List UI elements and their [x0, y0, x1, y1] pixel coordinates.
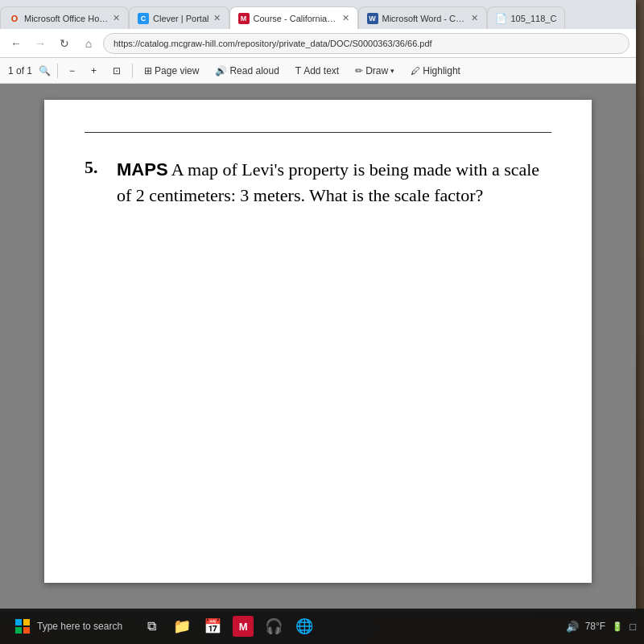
pdf-content-area: 5. MAPS A map of Levi's property is bein… [0, 84, 636, 612]
add-text-button[interactable]: T Add text [291, 64, 344, 78]
calendar-icon: 📅 [204, 617, 221, 635]
battery-icon: 🔋 [612, 621, 623, 632]
doc-favicon: 📄 [496, 13, 507, 24]
refresh-button[interactable]: ↻ [55, 34, 74, 53]
tab-105[interactable]: 📄 105_118_C [487, 6, 566, 29]
add-text-icon: T [295, 65, 301, 76]
mcgraw-favicon: M [238, 13, 250, 24]
windows-logo-icon [15, 619, 30, 634]
tab-mcgraw[interactable]: M Course - California Glencoe ✕ [229, 6, 358, 29]
display-icon[interactable]: □ [630, 621, 636, 633]
taskbar-search-text: Type here to search [37, 621, 122, 632]
address-input[interactable] [103, 33, 630, 54]
draw-label: Draw [365, 65, 388, 76]
taskbar-tray: 🔊 78°F 🔋 □ [566, 621, 636, 633]
question-content: MAPS A map of Levi's property is being m… [117, 157, 551, 208]
draw-chevron[interactable]: ▾ [390, 67, 394, 75]
question-text: A map of Levi's property is being made w… [117, 159, 539, 205]
forward-button[interactable]: → [31, 34, 50, 53]
back-button[interactable]: ← [6, 34, 26, 53]
tab-clever[interactable]: C Clever | Portal ✕ [129, 6, 229, 29]
tab-word-close[interactable]: ✕ [467, 13, 478, 23]
clever-favicon: C [138, 13, 149, 24]
read-aloud-label: Read aloud [229, 65, 279, 76]
taskbar-icons: ⧉ 📁 📅 M 🎧 🌐 [138, 613, 317, 639]
file-explorer-button[interactable]: 📁 [169, 613, 195, 639]
search-icon[interactable]: 🔍 [39, 65, 51, 76]
toolbar-separator-2 [132, 64, 133, 78]
pdf-page: 5. MAPS A map of Levi's property is bein… [44, 100, 592, 583]
home-button[interactable]: ⌂ [79, 34, 98, 53]
page-view-button[interactable]: ⊞ Page view [139, 64, 204, 78]
page-number: 1 of 1 [8, 65, 32, 76]
tab-mcgraw-close[interactable]: ✕ [338, 13, 349, 23]
toolbar-separator [57, 64, 58, 78]
volume-icon[interactable]: 🔊 [566, 621, 579, 633]
mcgraw-taskbar-icon: M [233, 616, 254, 637]
tab-office-close[interactable]: ✕ [109, 13, 120, 23]
edge-button[interactable]: 🌐 [291, 613, 317, 639]
question-number: 5. [85, 157, 109, 208]
headphones-button[interactable]: 🎧 [261, 613, 287, 639]
office-favicon: O [9, 13, 20, 24]
tab-office[interactable]: O Microsoft Office Home ✕ [0, 6, 129, 29]
pdf-question: 5. MAPS A map of Levi's property is bein… [85, 157, 551, 208]
zoom-minus-button[interactable]: − [64, 64, 80, 78]
tab-bar: O Microsoft Office Home ✕ C Clever | Por… [0, 0, 636, 29]
fit-page-button[interactable]: ⊡ [108, 64, 126, 78]
page-view-label: Page view [155, 65, 199, 76]
edge-icon: 🌐 [295, 617, 313, 635]
windows-start-button[interactable] [8, 612, 37, 641]
file-explorer-icon: 📁 [173, 617, 191, 635]
temperature-display: 78°F [585, 621, 605, 632]
draw-icon: ✏ [355, 65, 363, 76]
word-favicon: W [367, 13, 378, 24]
zoom-plus-button[interactable]: + [86, 64, 101, 78]
read-aloud-icon: 🔊 [215, 65, 227, 76]
task-view-icon: ⧉ [147, 619, 156, 634]
highlight-label: Highlight [423, 65, 460, 76]
taskbar-search[interactable]: Type here to search [37, 621, 122, 632]
page-view-icon: ⊞ [144, 65, 152, 76]
tab-mcgraw-label: Course - California Glencoe [254, 14, 338, 23]
tab-105-label: 105_118_C [511, 14, 557, 23]
calendar-button[interactable]: 📅 [200, 613, 225, 639]
pdf-toolbar: 1 of 1 🔍 − + ⊡ ⊞ Page view 🔊 Read aloud … [0, 58, 636, 84]
tab-word-label: Microsoft Word - CC13C2-C... [382, 14, 467, 23]
question-topic: MAPS [117, 159, 168, 180]
draw-button[interactable]: ✏ Draw ▾ [350, 64, 399, 78]
add-text-label: Add text [303, 65, 339, 76]
highlight-icon: 🖊 [411, 65, 420, 76]
headphones-icon: 🎧 [265, 617, 283, 635]
task-view-button[interactable]: ⧉ [138, 613, 164, 639]
tab-clever-label: Clever | Portal [153, 14, 209, 23]
tab-clever-close[interactable]: ✕ [209, 13, 221, 23]
tab-word[interactable]: W Microsoft Word - CC13C2-C... ✕ [358, 6, 487, 29]
read-aloud-button[interactable]: 🔊 Read aloud [210, 64, 283, 78]
tab-office-label: Microsoft Office Home [24, 14, 109, 23]
browser-window: O Microsoft Office Home ✕ C Clever | Por… [0, 0, 636, 612]
mcgraw-taskbar-button[interactable]: M [230, 613, 256, 639]
pdf-divider [85, 132, 551, 133]
highlight-button[interactable]: 🖊 Highlight [406, 64, 465, 78]
taskbar: Type here to search ⧉ 📁 📅 M 🎧 🌐 🔊 78°F 🔋… [0, 609, 644, 644]
address-bar-row: ← → ↻ ⌂ [0, 29, 636, 58]
